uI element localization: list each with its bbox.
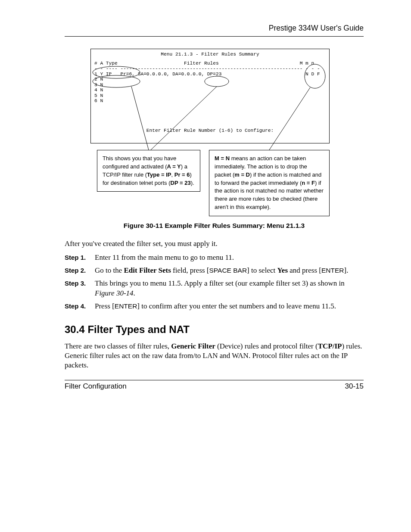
t: field, press [	[171, 266, 209, 274]
t: ].	[344, 266, 348, 274]
t: ] to select	[247, 266, 277, 274]
t: This brings you to menu 11.5. Apply a fi…	[95, 279, 345, 287]
t-bold: Edit Filter Sets	[124, 266, 171, 274]
terminal-row: 6 N	[94, 98, 326, 104]
t-bold: TCP/IP	[318, 342, 342, 350]
t-bold: Yes	[277, 266, 288, 274]
step-label: Step 2.	[65, 266, 95, 276]
terminal-row: 2 N	[94, 77, 326, 82]
terminal-title: Menu 21.1.3 - Filter Rules Summary	[94, 52, 326, 57]
callout-bold: A = Y	[167, 163, 181, 170]
t-italic: Figure 30-14	[95, 289, 134, 297]
terminal-row: 1 Y IP Pr=6, SA=0.0.0.0, DA=0.0.0.0, DP=…	[94, 72, 326, 77]
terminal-row: 4 N	[94, 87, 326, 93]
callout-bold: n = F	[302, 180, 315, 186]
footer-left: Filter Configuration	[65, 382, 127, 391]
page-footer: Filter Configuration 30-15	[65, 375, 364, 391]
callout-bold: DP = 23	[171, 180, 191, 186]
terminal-prompt: Enter Filter Rule Number (1-6) to Config…	[94, 128, 326, 134]
t: .	[134, 289, 135, 297]
terminal-row: 3 N	[94, 82, 326, 88]
page-header-title: Prestige 334W User's Guide	[65, 24, 364, 35]
terminal-col-divider: - - ---- -------------------------------…	[94, 66, 326, 72]
t-key: ENTER	[321, 267, 344, 274]
callout-text: ,	[171, 171, 174, 178]
t: and press [	[288, 266, 321, 274]
step-text: Press [ENTER] to confirm after you enter…	[95, 302, 364, 311]
callout-left: This shows you that you have configured …	[97, 150, 200, 192]
step-text: Enter 11 from the main menu to go to men…	[95, 253, 364, 263]
step-text: Go to the Edit Filter Sets field, press …	[95, 266, 364, 276]
t: Press [	[95, 302, 115, 310]
step-2: Step 2. Go to the Edit Filter Sets field…	[65, 266, 364, 276]
callout-right: M = N means an action can be taken immed…	[209, 150, 330, 216]
t: (Device) rules and protocol filter (	[215, 342, 318, 350]
step-1: Step 1. Enter 11 from the main menu to g…	[65, 253, 364, 263]
step-label: Step 3.	[65, 279, 95, 299]
t: Go to the	[95, 266, 124, 274]
step-label: Step 1.	[65, 253, 95, 263]
callout-bold: m = D	[234, 171, 250, 178]
step-3: Step 3. This brings you to menu 11.5. Ap…	[65, 279, 364, 299]
step-4: Step 4. Press [ENTER] to confirm after y…	[65, 302, 364, 311]
t-bold: Generic Filter	[171, 342, 215, 350]
step-list: Step 1. Enter 11 from the main menu to g…	[65, 253, 364, 311]
terminal-col-header: # A Type Filter Rules M m n	[94, 61, 326, 66]
t: There are two classes of filter rules,	[65, 342, 171, 350]
terminal-row: 5 N	[94, 93, 326, 99]
callout-bold: M = N	[215, 155, 230, 162]
terminal-box: Menu 21.1.3 - Filter Rules Summary # A T…	[90, 49, 330, 143]
callout-text: ).	[191, 180, 194, 186]
header-rule	[65, 36, 364, 37]
step-label: Step 4.	[65, 302, 95, 311]
t-key: ENTER	[115, 302, 137, 310]
footer-right: 30-15	[345, 382, 364, 391]
callout-bold: Type = IP	[147, 171, 171, 178]
section-heading-30-4: 30.4 Filter Types and NAT	[65, 324, 364, 336]
section-paragraph: There are two classes of filter rules, G…	[65, 342, 364, 370]
callout-bold: Pr = 6	[174, 171, 190, 178]
footer-rule	[65, 380, 364, 380]
callout-text: This shows you that you have configured …	[103, 155, 176, 170]
figure-caption: Figure 30-11 Example Filter Rules Summar…	[65, 222, 364, 230]
step-text: This brings you to menu 11.5. Apply a fi…	[95, 279, 364, 299]
t-key: SPACE BAR	[209, 267, 247, 274]
t: ] to confirm after you enter the set num…	[137, 302, 336, 310]
figure-30-11: Menu 21.1.3 - Filter Rules Summary # A T…	[90, 49, 340, 212]
intro-paragraph: After you've created the filter set, you…	[65, 239, 364, 249]
